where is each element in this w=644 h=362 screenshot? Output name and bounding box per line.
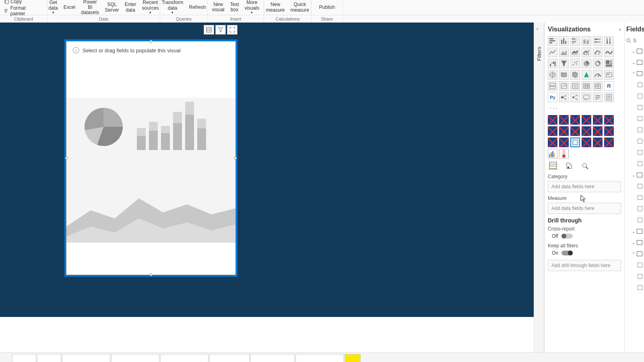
more-visuals-button[interactable]: More visuals▾ [243,0,261,14]
fields-column-row[interactable] [626,183,642,190]
fields-column-row[interactable] [626,261,642,269]
pbi-datasets-button[interactable]: Power BI datasets [79,0,101,15]
decomposition-tree-icon[interactable] [570,93,580,102]
custom-visual-icon[interactable] [593,138,603,147]
fields-column-row[interactable] [626,81,642,88]
keep-filters-toggle[interactable] [561,251,573,255]
smart-narrative-icon[interactable] [593,93,603,102]
custom-visual-icon[interactable] [548,138,557,147]
new-measure-button[interactable]: New measure [264,2,287,12]
custom-visual-icon[interactable] [559,126,569,136]
slicer-icon[interactable] [570,81,580,91]
page-tab[interactable] [37,354,61,362]
azure-map-icon[interactable] [582,70,591,80]
matrix-icon[interactable] [593,81,603,91]
line-stacked-column-icon[interactable] [582,47,591,57]
visual-header-fields-icon[interactable] [204,25,214,35]
visual-header-focus-icon[interactable] [227,25,237,35]
line-chart-icon[interactable] [548,47,557,57]
field-well-measure[interactable]: Add data fields here [548,203,621,214]
funnel-icon[interactable] [559,59,569,68]
quick-measure-button[interactable]: Quick measure [289,2,311,12]
fields-column-row[interactable] [626,216,642,224]
line-clustered-column-icon[interactable] [593,47,603,57]
stacked-bar-icon[interactable] [548,36,557,46]
copy-button[interactable]: Copy [4,0,41,4]
fields-column-row[interactable] [626,93,642,100]
custom-visual-icon[interactable] [570,126,580,136]
custom-visual-icon[interactable] [570,115,580,125]
format-painter-button[interactable]: Format painter [4,5,41,16]
page-tab[interactable] [111,354,159,362]
custom-visual-thermometer-icon[interactable] [559,149,569,158]
custom-visual-icon[interactable] [559,115,569,125]
fields-table-row[interactable]: ⌄ [626,239,642,246]
fields-tab-icon[interactable] [549,162,557,170]
format-tab-icon[interactable] [565,162,574,170]
ribbon-chart-icon[interactable] [604,47,614,57]
waterfall-icon[interactable] [548,59,557,68]
fields-column-row[interactable] [626,138,642,145]
visual-header-filter-icon[interactable] [215,25,226,35]
scatter-icon[interactable] [570,59,580,68]
custom-visual-selected-icon[interactable] [570,138,580,147]
custom-visual-icon[interactable] [593,115,603,125]
qa-visual-icon[interactable] [582,93,591,102]
area-chart-icon[interactable] [559,47,569,57]
fields-column-row[interactable] [626,194,642,201]
custom-visual-icon[interactable] [593,126,603,136]
custom-visual-icon[interactable] [548,115,557,125]
fields-search[interactable]: S [626,38,642,43]
shape-map-icon[interactable] [570,70,580,80]
selected-visual[interactable]: i Select or drag fields to populate this… [64,39,237,277]
map-icon[interactable] [548,70,557,80]
custom-visual-icon[interactable] [582,115,591,125]
treemap-icon[interactable] [604,59,614,68]
gauge-icon[interactable] [593,70,603,80]
fields-column-row[interactable] [626,104,642,111]
text-box-button[interactable]: Text box [229,0,241,14]
table-icon[interactable] [582,81,591,91]
custom-visual-icon[interactable] [604,115,614,125]
custom-visual-icon[interactable] [604,138,614,147]
paginated-report-icon[interactable] [604,93,614,102]
hundred-stacked-column-icon[interactable] [604,36,614,46]
fields-table-row[interactable]: ⌄ [626,171,642,179]
transform-data-button[interactable]: Transform data▾ [160,0,185,14]
donut-icon[interactable] [593,59,603,68]
fields-table-row[interactable]: ⌃ [626,70,642,77]
fields-table-row[interactable]: ⌄ [626,228,642,235]
new-visual-button[interactable]: New visual [211,0,226,14]
pie-icon[interactable] [582,59,591,68]
fields-column-row[interactable] [626,115,642,122]
drill-through-fields[interactable]: Add drill-through fields here [548,260,621,271]
custom-visual-icon[interactable] [548,126,557,136]
key-influencers-icon[interactable] [559,93,569,102]
custom-visual-icon[interactable] [582,126,591,136]
stacked-column-icon[interactable] [559,36,569,46]
sql-server-button[interactable]: SQL Server [103,0,121,15]
fields-column-row[interactable] [626,126,642,134]
enter-data-button[interactable]: Enter data [123,0,138,15]
page-tab[interactable] [250,354,295,362]
python-visual-icon[interactable]: Py [548,93,557,102]
filters-expand-icon[interactable]: ‹ [537,26,538,32]
excel-button[interactable]: Excel [62,0,77,15]
page-tab[interactable] [295,354,344,362]
fields-column-row[interactable] [626,149,642,156]
multi-row-card-icon[interactable] [548,81,557,91]
card-icon[interactable] [604,70,614,80]
fields-column-row[interactable] [626,160,642,167]
viz-gallery-more[interactable]: · · · [548,104,621,112]
get-data-button[interactable]: Get data▾ [47,0,59,15]
recent-sources-button[interactable]: Recent sources▾ [140,0,161,15]
cross-report-toggle[interactable] [561,234,573,239]
analytics-tab-icon[interactable] [581,162,590,170]
r-visual-icon[interactable]: R [604,81,614,91]
filled-map-icon[interactable] [559,70,569,80]
refresh-button[interactable]: Refresh [188,0,208,14]
page-tab[interactable] [62,354,110,362]
hundred-stacked-bar-icon[interactable] [593,36,603,46]
fields-table-row[interactable]: ⌄ [626,59,642,66]
fields-column-row[interactable] [626,205,642,212]
